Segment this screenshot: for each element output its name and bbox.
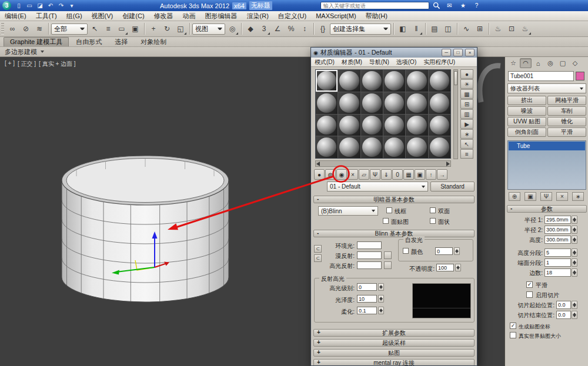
material-sample-slot[interactable] — [383, 136, 405, 158]
communication-center-icon[interactable]: ✉ — [445, 1, 454, 10]
modifier-button-bevel-profile[interactable]: 倒角剖面 — [507, 127, 546, 137]
tab-freeform[interactable]: 自由形式 — [70, 37, 108, 46]
material-sample-slot[interactable] — [383, 92, 405, 114]
put-to-library-button[interactable]: ⇓ — [381, 169, 392, 180]
menu-group[interactable]: 组(G) — [62, 11, 87, 21]
assign-material-to-selection-button[interactable]: ◉ — [336, 169, 347, 180]
material-sample-slot[interactable] — [316, 70, 338, 92]
material-name-dropdown[interactable]: 01 - Default — [327, 182, 428, 192]
opacity-input[interactable]: 100 — [436, 264, 454, 271]
make-unique-button[interactable]: Ψ — [370, 169, 380, 180]
menu-help[interactable]: 帮助(H) — [361, 11, 392, 21]
panel-expand-icon[interactable] — [41, 51, 44, 53]
sample-slots-horizontal-scrollbar[interactable] — [315, 160, 451, 167]
radius2-input[interactable]: 300.0mm — [544, 226, 571, 234]
select-object-button[interactable]: ↖ — [88, 22, 101, 35]
search-icon[interactable] — [433, 2, 440, 9]
select-and-move-button[interactable]: + — [147, 22, 160, 35]
maps-rollout[interactable]: + 贴图 — [313, 349, 475, 357]
cap-segs-spinner[interactable] — [572, 258, 577, 267]
specular-map-button[interactable] — [384, 261, 392, 269]
material-id-channel-button[interactable]: 0 — [392, 169, 403, 180]
viewport-shading-label[interactable]: [ 真实 + 边面 ] — [39, 60, 76, 68]
menu-graph-editors[interactable]: 图形编辑器 — [201, 11, 242, 21]
open-file-button[interactable]: ▭ — [25, 1, 34, 10]
backlight-button[interactable]: ☀ — [460, 79, 473, 89]
material-sample-slot[interactable] — [316, 115, 338, 136]
select-and-scale-button[interactable]: ◱ — [174, 22, 187, 35]
stack-item-tube[interactable]: Tube — [509, 142, 585, 150]
percent-snap-button[interactable]: % — [285, 22, 298, 35]
sample-slots-vertical-scrollbar[interactable] — [453, 69, 458, 159]
angle-snap-button[interactable]: ∠ — [271, 22, 284, 35]
face-map-checkbox[interactable] — [383, 218, 389, 224]
help-icon[interactable]: ? — [472, 1, 481, 10]
menu-maxscript[interactable]: MAXScript(M) — [311, 11, 360, 21]
render-setup-button[interactable]: ♨ — [492, 22, 505, 35]
select-and-rotate-button[interactable]: ↻ — [161, 22, 173, 35]
material-editor-titlebar[interactable]: ◉ 材质编辑器 - 01 - Default ─ □ × — [311, 48, 477, 58]
save-file-button[interactable]: ◪ — [35, 1, 45, 10]
material-sample-slot[interactable] — [429, 70, 450, 92]
layer-manager-button[interactable]: ▤ — [428, 22, 441, 35]
wire-checkbox[interactable] — [386, 207, 392, 213]
modifier-button-smooth[interactable]: 平滑 — [547, 127, 586, 137]
menu-tools[interactable]: 工具(T) — [31, 11, 62, 21]
gen-mapping-checkbox[interactable]: ✓ — [510, 323, 516, 329]
radius2-spinner[interactable] — [572, 226, 577, 234]
tab-graphite-modeling[interactable]: Graphite 建模工具 — [4, 37, 69, 46]
material-sample-slot[interactable] — [338, 136, 360, 158]
slice-on-checkbox[interactable] — [526, 291, 533, 298]
toolbar-grip[interactable] — [1, 23, 4, 35]
motion-tab[interactable]: ◎ — [544, 58, 556, 68]
me-menu-navigation[interactable]: 导航(N) — [366, 58, 393, 66]
utilities-tab[interactable]: ◇ — [569, 58, 581, 68]
make-material-copy-button[interactable]: ▱ — [359, 169, 369, 180]
infocenter-search-input[interactable] — [320, 2, 429, 9]
undo-button[interactable]: ↶ — [46, 1, 55, 10]
menu-edit[interactable]: 编辑(E) — [0, 11, 31, 21]
display-tab[interactable]: ▢ — [557, 58, 569, 68]
hierarchy-tab[interactable]: ⌂ — [532, 58, 544, 68]
material-editor-options-button[interactable]: ∗ — [460, 129, 473, 139]
sample-uv-tiling-button[interactable]: ⊞ — [460, 99, 473, 109]
align-button[interactable]: ‖ — [410, 22, 423, 35]
glossiness-spinner[interactable] — [378, 295, 384, 303]
reference-coordsys-dropdown[interactable]: 视图 — [192, 23, 225, 35]
radius1-input[interactable]: 295.0mm — [544, 216, 571, 224]
sides-spinner[interactable] — [572, 268, 577, 277]
material-sample-slot[interactable] — [361, 136, 383, 158]
shader-type-dropdown[interactable]: (B)Blinn — [318, 206, 378, 216]
extended-parameters-rollout[interactable]: + 扩展参数 — [313, 329, 475, 337]
material-sample-slot[interactable] — [338, 115, 360, 136]
menu-modifiers[interactable]: 修改器 — [149, 11, 178, 21]
material-sample-slot[interactable] — [406, 136, 427, 158]
material-sample-slot[interactable] — [316, 136, 338, 158]
object-name-field[interactable]: Tube001 — [508, 71, 574, 81]
new-file-button[interactable]: ▯ — [14, 1, 24, 10]
smooth-checkbox[interactable]: ✓ — [526, 281, 533, 288]
material-sample-slot[interactable] — [406, 70, 427, 92]
slice-to-input[interactable]: 0.0 — [556, 311, 571, 319]
material-sample-slot[interactable] — [429, 136, 450, 158]
modifier-list-dropdown[interactable]: 修改器列表 — [507, 83, 586, 93]
select-and-link-button[interactable]: ∞ — [6, 22, 19, 35]
modifier-button-uvw-map[interactable]: UVW 贴图 — [507, 117, 546, 126]
polygon-modeling-panel-label[interactable]: 多边形建模 — [5, 48, 37, 56]
soften-input[interactable]: 0.1 — [357, 307, 377, 314]
redo-button[interactable]: ↷ — [56, 1, 66, 10]
material-sample-slot[interactable] — [338, 92, 360, 114]
mental-ray-connection-rollout[interactable]: + mental ray 连接 — [313, 359, 475, 366]
blinn-basic-rollout-header[interactable]: - Blinn 基本参数 — [313, 230, 475, 237]
menu-rendering[interactable]: 渲染(R) — [242, 11, 273, 21]
selection-filter-dropdown[interactable]: 全部 — [51, 23, 88, 35]
edit-named-sets-button[interactable]: {} — [316, 22, 329, 35]
material-type-button[interactable]: Standard — [430, 182, 475, 192]
render-production-button[interactable]: ♨ — [519, 22, 532, 35]
schematic-view-button[interactable]: ⊞ — [473, 22, 486, 35]
bind-to-spacewarp-button[interactable]: ≋ — [33, 22, 46, 35]
glossiness-input[interactable]: 10 — [357, 295, 377, 303]
ambient-color-swatch[interactable] — [357, 241, 382, 249]
show-end-result-button[interactable]: ▣ — [415, 169, 425, 180]
modifier-button-taper[interactable]: 锥化 — [547, 117, 586, 126]
